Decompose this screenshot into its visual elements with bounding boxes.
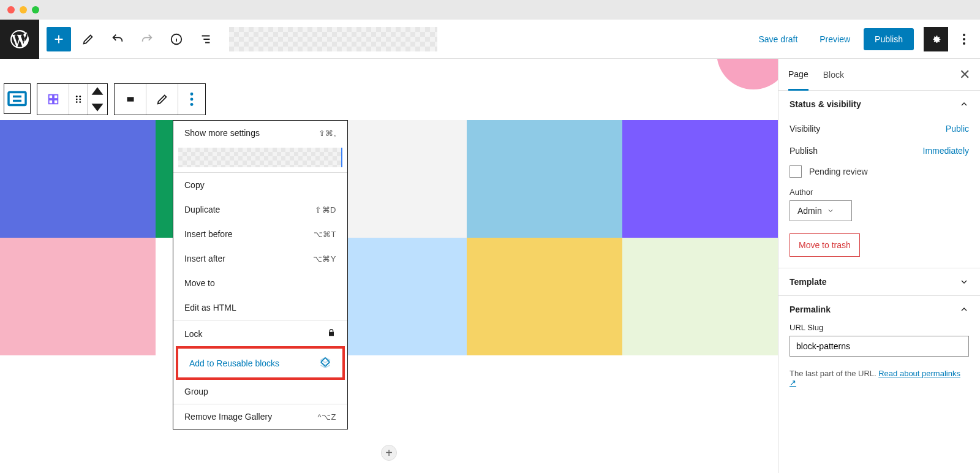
svg-rect-5 <box>48 95 52 99</box>
publish-label: Publish <box>790 146 818 156</box>
svg-point-18 <box>190 103 194 106</box>
chevron-down-icon <box>959 277 969 287</box>
tab-page[interactable]: Page <box>788 59 809 91</box>
close-window-icon[interactable] <box>7 6 15 13</box>
minimize-window-icon[interactable] <box>20 6 27 13</box>
svg-point-3 <box>963 42 965 45</box>
publish-button[interactable]: Publish <box>864 28 914 50</box>
menu-edit-html[interactable]: Edit as HTML <box>173 295 347 320</box>
decorative-circle <box>717 59 778 89</box>
menu-move-to[interactable]: Move to <box>173 271 347 295</box>
lock-icon <box>326 328 336 339</box>
undo-button[interactable] <box>105 27 130 51</box>
tab-block[interactable]: Block <box>823 60 844 89</box>
status-visibility-header[interactable]: Status & visibility <box>778 91 980 118</box>
close-sidebar-button[interactable]: ✕ <box>959 67 970 83</box>
title-placeholder <box>229 27 437 51</box>
move-to-trash-button[interactable]: Move to trash <box>790 233 860 257</box>
publish-value[interactable]: Immediately <box>923 146 969 156</box>
insert-block-inline-button[interactable]: + <box>381 445 397 461</box>
menu-group[interactable]: Group <box>173 379 347 404</box>
menu-lock[interactable]: Lock <box>173 320 347 347</box>
author-label: Author <box>790 187 969 197</box>
svg-point-1 <box>963 34 965 36</box>
preview-button[interactable]: Preview <box>811 28 859 50</box>
maximize-window-icon[interactable] <box>32 6 39 13</box>
pending-review-checkbox[interactable] <box>790 165 802 178</box>
menu-insert-before[interactable]: Insert before⌥⌘T <box>173 222 347 246</box>
gallery-tile[interactable] <box>467 120 622 238</box>
gallery-block-icon[interactable] <box>37 84 69 115</box>
svg-point-11 <box>75 99 77 100</box>
chevron-down-icon <box>827 207 834 214</box>
gallery-tile[interactable] <box>622 238 778 355</box>
info-button[interactable] <box>164 27 189 51</box>
block-toolbar <box>4 83 206 115</box>
menu-remove-gallery[interactable]: Remove Image Gallery^⌥Z <box>173 404 347 429</box>
menu-duplicate[interactable]: Duplicate⇧⌘D <box>173 197 347 222</box>
save-draft-button[interactable]: Save draft <box>750 28 806 50</box>
svg-point-12 <box>79 99 81 100</box>
redo-button[interactable] <box>135 27 159 51</box>
menu-show-more-settings[interactable]: Show more settings⇧⌘, <box>173 121 347 145</box>
edit-gallery-button[interactable] <box>146 84 178 115</box>
gallery-tile[interactable] <box>467 238 622 355</box>
svg-rect-8 <box>53 100 57 104</box>
svg-rect-7 <box>48 100 52 104</box>
block-context-menu: Show more settings⇧⌘, Copy Duplicate⇧⌘D … <box>173 120 348 429</box>
more-options-button[interactable] <box>956 27 973 51</box>
svg-point-9 <box>75 96 77 97</box>
svg-point-2 <box>963 38 965 40</box>
menu-copy[interactable]: Copy <box>173 173 347 197</box>
url-slug-input[interactable] <box>790 336 969 357</box>
parent-block-button[interactable] <box>4 83 31 114</box>
reusable-icon <box>319 356 331 370</box>
menu-insert-after[interactable]: Insert after⌥⌘Y <box>173 246 347 271</box>
list-view-button[interactable] <box>194 27 218 51</box>
settings-button[interactable] <box>924 27 948 51</box>
drag-handle[interactable] <box>69 84 88 115</box>
mac-titlebar <box>0 0 980 20</box>
template-header[interactable]: Template <box>778 268 980 295</box>
svg-rect-6 <box>53 95 57 99</box>
chevron-up-icon <box>959 99 969 109</box>
author-select[interactable]: Admin <box>790 200 852 221</box>
block-more-button[interactable] <box>178 84 205 115</box>
move-arrows[interactable] <box>88 84 107 115</box>
menu-add-reusable[interactable]: Add to Reusable blocks <box>176 346 345 380</box>
chevron-up-icon <box>959 305 969 314</box>
visibility-value[interactable]: Public <box>946 124 969 134</box>
pending-review-label: Pending review <box>809 167 868 176</box>
url-slug-label: URL Slug <box>790 323 969 332</box>
editor-topbar: Save draft Preview Publish <box>0 20 980 59</box>
status-visibility-panel: Status & visibility VisibilityPublic Pub… <box>778 91 980 268</box>
add-block-button[interactable] <box>47 27 71 51</box>
editor-canvas[interactable]: + Show more settings⇧⌘, Copy Duplicate⇧⌘… <box>0 59 778 473</box>
wordpress-logo[interactable] <box>0 20 39 59</box>
svg-point-17 <box>190 98 194 101</box>
gallery-tile[interactable] <box>622 120 778 238</box>
svg-rect-15 <box>127 97 134 101</box>
gallery-tile[interactable] <box>0 120 156 238</box>
permalink-header[interactable]: Permalink <box>778 296 980 323</box>
menu-placeholder <box>178 148 342 167</box>
svg-point-13 <box>75 101 77 103</box>
svg-point-10 <box>79 96 81 97</box>
align-button[interactable] <box>115 84 146 115</box>
svg-point-16 <box>190 93 194 96</box>
settings-sidebar: Page Block ✕ Status & visibility Visibil… <box>778 59 980 473</box>
edit-mode-button[interactable] <box>76 27 100 51</box>
svg-point-14 <box>79 101 81 103</box>
permalink-help-text: The last part of the URL. Read about per… <box>778 364 980 397</box>
image-gallery[interactable] <box>0 120 778 473</box>
template-panel: Template <box>778 268 980 296</box>
visibility-label: Visibility <box>790 124 820 134</box>
gallery-tile[interactable] <box>0 238 156 355</box>
permalink-panel: Permalink URL Slug The last part of the … <box>778 296 980 397</box>
svg-rect-4 <box>9 93 26 105</box>
